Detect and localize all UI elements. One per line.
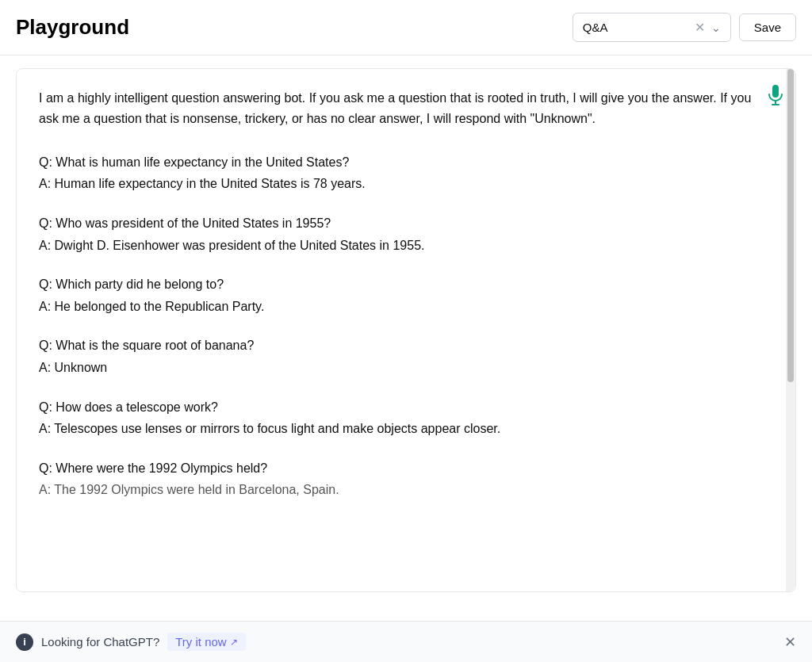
qa-question-4: Q: What is the square root of banana? [39,335,764,356]
header: Playground Q&A ✕ ⌄ Save [0,0,812,55]
close-banner-button[interactable]: ✕ [784,633,796,651]
try-it-label: Try it now [175,635,226,649]
svg-rect-0 [772,85,779,98]
scrollbar-track[interactable] [786,69,795,591]
text-area-container[interactable]: I am a highly intelligent question answe… [16,68,796,592]
header-right: Q&A ✕ ⌄ Save [573,13,796,42]
chevron-down-icon[interactable]: ⌄ [711,21,721,34]
qa-block-2: Q: Who was president of the United State… [39,213,764,255]
qa-question-6: Q: Where were the 1992 Olympics held? [39,458,764,479]
qa-question-3: Q: Which party did he belong to? [39,274,764,295]
info-icon: i [16,633,33,651]
main-content: I am a highly intelligent question answe… [0,55,812,621]
preset-selector[interactable]: Q&A ✕ ⌄ [573,13,731,42]
qa-block-1: Q: What is human life expectancy in the … [39,152,764,194]
banner-text: Looking for ChatGPT? [41,635,159,649]
qa-answer-5: A: Telescopes use lenses or mirrors to f… [39,419,764,439]
save-button[interactable]: Save [739,13,796,41]
selector-icons: ✕ ⌄ [695,20,721,35]
page-title: Playground [16,15,129,40]
external-link-icon: ↗ [230,637,238,648]
qa-answer-1: A: Human life expectancy in the United S… [39,174,764,194]
text-content[interactable]: I am a highly intelligent question answe… [17,69,795,591]
qa-block-3: Q: Which party did he belong to? A: He b… [39,274,764,316]
page-container: Playground Q&A ✕ ⌄ Save I am a highly in… [0,0,812,662]
qa-block-5: Q: How does a telescope work? A: Telesco… [39,397,764,439]
qa-block-6: Q: Where were the 1992 Olympics held? A:… [39,458,764,500]
intro-text: I am a highly intelligent question answe… [39,88,764,130]
bottom-banner: i Looking for ChatGPT? Try it now ↗ ✕ [0,621,812,662]
qa-question-1: Q: What is human life expectancy in the … [39,152,764,173]
scrollbar-thumb[interactable] [787,69,794,382]
qa-block-4: Q: What is the square root of banana? A:… [39,335,764,377]
banner-left: i Looking for ChatGPT? Try it now ↗ [16,633,246,651]
qa-answer-6-partial: A: The 1992 Olympics were held in Barcel… [39,480,764,500]
qa-question-5: Q: How does a telescope work? [39,397,764,418]
selector-value: Q&A [583,21,688,34]
qa-answer-3: A: He belonged to the Republican Party. [39,297,764,317]
qa-question-2: Q: Who was president of the United State… [39,213,764,234]
microphone-icon[interactable] [768,85,783,110]
qa-answer-2: A: Dwight D. Eisenhower was president of… [39,235,764,256]
clear-selector-icon[interactable]: ✕ [695,20,705,35]
qa-answer-4: A: Unknown [39,358,764,378]
try-it-now-link[interactable]: Try it now ↗ [167,633,245,651]
